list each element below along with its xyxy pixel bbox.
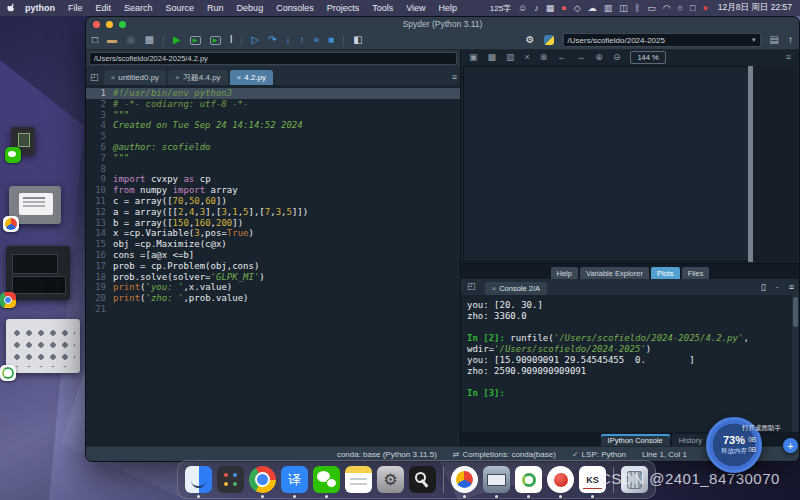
menu-item-tools[interactable]: Tools xyxy=(372,3,393,13)
run-selection-icon[interactable]: I xyxy=(230,35,233,45)
menu-item-source[interactable]: Source xyxy=(166,3,195,13)
save-all-plots-icon[interactable]: ▩ xyxy=(488,53,497,62)
tab-help[interactable]: Help xyxy=(551,267,578,279)
bluetooth-icon[interactable]: ᛒ xyxy=(635,4,640,13)
close-console-icon[interactable]: × xyxy=(492,284,497,293)
menu-bar-clock[interactable]: 12月8日 周日 22:57 xyxy=(718,2,792,14)
console-tab[interactable]: × Console 2/A xyxy=(485,282,548,295)
maximize-pane-icon[interactable]: ◧ xyxy=(353,35,362,45)
run-cell-advance-icon[interactable]: ▶ xyxy=(210,36,221,45)
dock-item-settings[interactable]: ⚙ xyxy=(377,466,404,493)
input-smiley-icon[interactable]: ☺ xyxy=(518,4,527,13)
search-icon[interactable]: ○ xyxy=(678,4,683,13)
breadcrumb[interactable]: /Users/scofieldo/2024-2025/4.2.py xyxy=(89,52,457,65)
debug-icon[interactable]: ▷ xyxy=(251,35,259,45)
parent-directory-icon[interactable]: ↑ xyxy=(788,35,793,45)
previous-plot-icon[interactable]: ← xyxy=(557,53,566,62)
step-into-icon[interactable]: ↓ xyxy=(286,35,291,45)
close-tab-icon[interactable]: × xyxy=(111,73,116,82)
copy-plot-icon[interactable]: ▥ xyxy=(506,53,515,62)
dock-item-notes[interactable] xyxy=(345,466,372,493)
code-editor[interactable]: 1#!/usr/bin/env python32# -*- codiarng: … xyxy=(86,85,460,446)
dock-item-launchpad[interactable] xyxy=(217,466,244,493)
apple-menu-icon[interactable] xyxy=(7,3,17,13)
shapes-icon[interactable]: ◇ xyxy=(574,4,581,13)
browse-consoles-icon[interactable]: ◰ xyxy=(467,281,476,291)
battery-icon[interactable]: ▭ xyxy=(647,4,656,13)
run-icon[interactable]: ▶ xyxy=(173,35,181,45)
console-options-icon[interactable]: ≡ xyxy=(789,282,794,292)
plots-zoom-level[interactable]: 144 % xyxy=(630,51,665,64)
plots-options-icon[interactable]: ≡ xyxy=(786,53,791,62)
menu-item-python[interactable]: python xyxy=(25,3,55,13)
dock-item-apple[interactable] xyxy=(547,466,574,493)
interrupt-kernel-icon[interactable]: · xyxy=(776,282,779,292)
step-over-icon[interactable]: ↷ xyxy=(268,35,276,45)
dock-item-chrome[interactable] xyxy=(249,466,276,493)
remove-all-plots-icon[interactable]: ⊗ xyxy=(540,53,548,62)
assistant-plus-button[interactable]: + xyxy=(783,438,798,453)
new-file-icon[interactable]: □ xyxy=(92,35,98,45)
menu-item-consoles[interactable]: Consoles xyxy=(276,3,314,13)
keyboard-icon[interactable]: ▦ xyxy=(546,4,555,13)
working-directory-field[interactable]: /Users/scofieldo/2024-2025 ▾ xyxy=(563,33,761,47)
tab-plots[interactable]: Plots xyxy=(651,267,680,279)
recording-dot-icon[interactable]: ● xyxy=(702,4,707,13)
menu-item-edit[interactable]: Edit xyxy=(96,3,112,13)
menu-item-projects[interactable]: Projects xyxy=(327,3,360,13)
editor-tab-2[interactable]: ×4.2.py xyxy=(230,70,273,85)
desktop-assistant-widget[interactable]: 打开桌面助手 ↑ 0B ↓ 0B + xyxy=(742,424,800,453)
editor-options-icon[interactable]: ≡ xyxy=(452,72,457,82)
browse-tabs-icon[interactable]: ◰ xyxy=(90,72,99,82)
menu-item-file[interactable]: File xyxy=(68,3,83,13)
save-all-icon[interactable]: ▩ xyxy=(145,35,154,45)
columns-icon[interactable]: ▥ xyxy=(604,4,613,13)
wechat-minimized-window[interactable] xyxy=(11,127,35,155)
tab-ipython-console[interactable]: IPython Console xyxy=(601,434,670,446)
open-console-file-icon[interactable]: ▯ xyxy=(761,282,766,292)
tab-files[interactable]: Files xyxy=(682,267,710,279)
dock-item-cloud[interactable] xyxy=(451,466,478,493)
save-icon[interactable]: ▣ xyxy=(126,35,135,45)
wifi-icon[interactable]: ◠ xyxy=(663,4,671,13)
dialog-minimized-window[interactable] xyxy=(9,186,61,224)
title-bar[interactable]: Spyder (Python 3.11) xyxy=(86,17,799,31)
next-plot-icon[interactable]: → xyxy=(576,53,585,62)
preferences-icon[interactable]: ⚙ xyxy=(526,35,535,45)
ime-word-count[interactable]: 125字 xyxy=(490,3,511,14)
menu-item-help[interactable]: Help xyxy=(439,3,458,13)
run-cell-icon[interactable]: ▶ xyxy=(190,36,201,45)
step-return-icon[interactable]: ↑ xyxy=(300,35,305,45)
dock-item-screenshot[interactable] xyxy=(483,466,510,493)
dock-item-wechat[interactable] xyxy=(313,466,340,493)
display-icon[interactable]: □ xyxy=(690,4,695,13)
mic-icon[interactable]: ♪ xyxy=(534,4,539,13)
dock-item-finder[interactable] xyxy=(185,466,212,493)
tab-variable-explorer[interactable]: Variable Explorer xyxy=(580,267,649,279)
dock-item-keychain[interactable] xyxy=(409,466,436,493)
open-file-icon[interactable]: ▬ xyxy=(107,35,117,45)
zoom-out-icon[interactable]: ⊖ xyxy=(613,53,621,62)
dock-item-greenring[interactable] xyxy=(515,466,542,493)
editor-tab-1[interactable]: ×习题4.4.py xyxy=(168,70,227,85)
menu-item-view[interactable]: View xyxy=(406,3,425,13)
dock-item-translate[interactable]: 译 xyxy=(281,466,308,493)
screen-record-icon[interactable]: ● xyxy=(561,4,566,13)
menu-item-run[interactable]: Run xyxy=(207,3,224,13)
tab-history[interactable]: History xyxy=(672,434,709,446)
window-switch-icon[interactable]: ◫ xyxy=(619,4,628,13)
cloud-icon[interactable]: ☁ xyxy=(588,4,597,13)
continue-icon[interactable]: » xyxy=(314,35,320,45)
chevron-down-icon[interactable]: ▾ xyxy=(752,36,756,44)
menu-item-search[interactable]: Search xyxy=(124,3,153,13)
close-tab-icon[interactable]: × xyxy=(175,73,180,82)
close-tab-icon[interactable]: × xyxy=(237,73,242,82)
menu-item-debug[interactable]: Debug xyxy=(237,3,264,13)
console-output[interactable]: you: [20. 30.]zho: 3360.0In [2]: runfile… xyxy=(461,295,799,432)
plots-thumbnail-strip[interactable] xyxy=(753,66,797,262)
browse-directory-icon[interactable]: ▤ xyxy=(770,35,779,45)
console-scrollbar[interactable] xyxy=(792,295,799,432)
terminal-minimized-window[interactable] xyxy=(6,246,70,300)
appgrid-minimized-window[interactable] xyxy=(6,319,80,373)
editor-tab-0[interactable]: ×untitled0.py xyxy=(104,70,167,85)
